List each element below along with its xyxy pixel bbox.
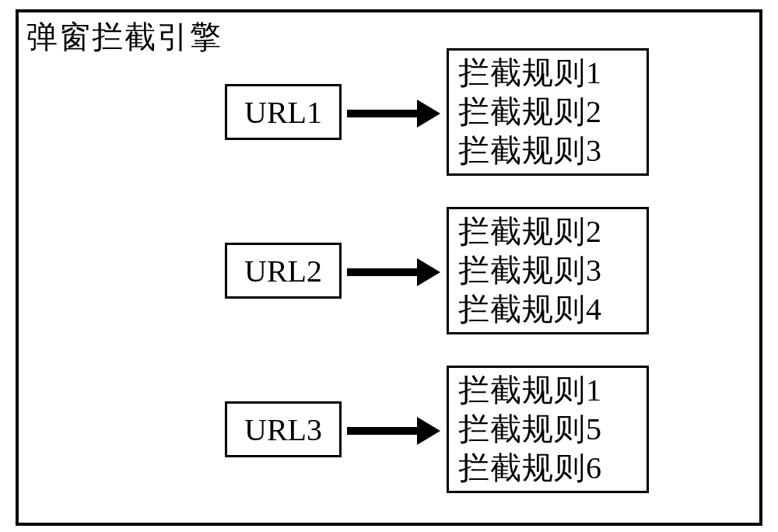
url-box-1: URL1 bbox=[225, 84, 342, 140]
mapping-row-1: URL1 拦截规则1 拦截规则2 拦截规则3 bbox=[19, 48, 759, 165]
arrow-icon bbox=[347, 261, 440, 283]
rule-item: 拦截规则3 bbox=[458, 131, 637, 170]
mapping-row-3: URL3 拦截规则1 拦截规则5 拦截规则6 bbox=[19, 366, 759, 482]
rule-item: 拦截规则5 bbox=[458, 410, 637, 449]
rule-item: 拦截规则2 bbox=[458, 212, 637, 251]
rule-item: 拦截规则6 bbox=[458, 449, 637, 488]
engine-outer-frame: 弹窗拦截引擎 URL1 拦截规则1 拦截规则2 拦截规则3 URL2 拦截规则2… bbox=[16, 9, 762, 526]
url-box-2: URL2 bbox=[225, 243, 342, 299]
rule-item: 拦截规则2 bbox=[458, 93, 637, 131]
url-label: URL3 bbox=[244, 411, 322, 448]
rule-item: 拦截规则1 bbox=[458, 54, 637, 93]
rules-box-3: 拦截规则1 拦截规则5 拦截规则6 bbox=[447, 366, 649, 493]
rules-box-2: 拦截规则2 拦截规则3 拦截规则4 bbox=[447, 207, 649, 334]
mapping-row-2: URL2 拦截规则2 拦截规则3 拦截规则4 bbox=[19, 207, 759, 324]
url-label: URL1 bbox=[244, 94, 322, 131]
rule-item: 拦截规则1 bbox=[458, 371, 637, 410]
rules-box-1: 拦截规则1 拦截规则2 拦截规则3 bbox=[447, 48, 649, 176]
arrow-icon bbox=[347, 103, 440, 124]
url-box-3: URL3 bbox=[225, 401, 342, 457]
url-label: URL2 bbox=[244, 253, 322, 289]
arrow-icon bbox=[347, 420, 440, 442]
rule-item: 拦截规则3 bbox=[458, 251, 637, 290]
rule-item: 拦截规则4 bbox=[458, 290, 637, 329]
